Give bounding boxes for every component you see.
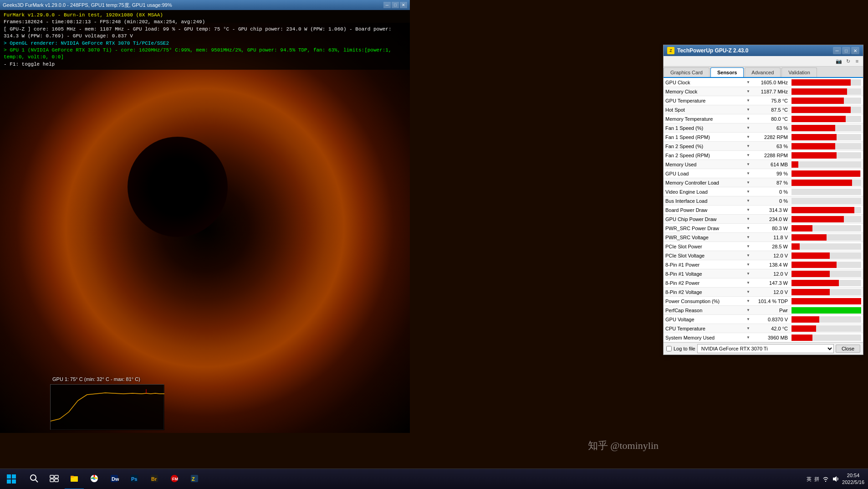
sensor-row: Memory Used▼614 MB: [664, 160, 863, 169]
sensor-dropdown-arrow[interactable]: ▼: [743, 153, 753, 157]
tab-validation[interactable]: Validation: [781, 67, 817, 77]
sensor-row: Fan 1 Speed (RPM)▼2282 RPM: [664, 133, 863, 142]
sensor-dropdown-arrow[interactable]: ▼: [743, 80, 753, 84]
menu-icon[interactable]: ≡: [853, 57, 861, 65]
sensor-dropdown-arrow[interactable]: ▼: [743, 299, 753, 303]
sensor-dropdown-arrow[interactable]: ▼: [743, 326, 753, 330]
sensor-value: 12.0 V: [753, 253, 790, 258]
taskbar-furmark-button[interactable]: FM: [165, 469, 184, 489]
gpuz-minimize-button[interactable]: ─: [833, 47, 841, 54]
sensor-dropdown-arrow[interactable]: ▼: [743, 335, 753, 340]
sensor-dropdown-arrow[interactable]: ▼: [743, 263, 753, 267]
sensor-dropdown-arrow[interactable]: ▼: [743, 190, 753, 194]
sensor-bar: [791, 170, 860, 177]
sensor-dropdown-arrow[interactable]: ▼: [743, 253, 753, 257]
taskbar-file-explorer-button[interactable]: [65, 469, 84, 489]
sensor-bar: [791, 107, 851, 113]
sensor-dropdown-arrow[interactable]: ▼: [743, 235, 753, 239]
furmark-maximize-button[interactable]: □: [392, 2, 399, 8]
sensor-bar: [791, 116, 846, 122]
sensor-name: GPU Temperature: [664, 98, 743, 103]
refresh-icon[interactable]: ↻: [844, 57, 852, 65]
taskbar-chrome-button[interactable]: [85, 469, 104, 489]
start-button[interactable]: [0, 469, 23, 489]
sensor-name: Fan 1 Speed (%): [664, 125, 743, 131]
sensor-dropdown-arrow[interactable]: ▼: [743, 208, 753, 212]
sensor-dropdown-arrow[interactable]: ▼: [743, 180, 753, 185]
gpu-selector-dropdown[interactable]: NVIDIA GeForce RTX 3070 Ti: [697, 344, 834, 353]
log-to-file-checkbox[interactable]: [666, 346, 672, 351]
close-bottom-button[interactable]: Close: [836, 345, 860, 353]
sensor-bar-container: [791, 234, 861, 241]
sensor-dropdown-arrow[interactable]: ▼: [743, 281, 753, 285]
sensor-dropdown-arrow[interactable]: ▼: [743, 98, 753, 103]
sensor-dropdown-arrow[interactable]: ▼: [743, 308, 753, 312]
sensor-bar: [791, 307, 861, 314]
sensor-dropdown-arrow[interactable]: ▼: [743, 244, 753, 248]
taskbar-gpuz-button[interactable]: Z: [185, 469, 204, 489]
sensor-dropdown-arrow[interactable]: ▼: [743, 162, 753, 166]
sensor-name: PCIe Slot Voltage: [664, 253, 743, 258]
sensor-value: 0 %: [753, 189, 790, 195]
sensor-bar: [791, 271, 830, 277]
tab-graphics-card[interactable]: Graphics Card: [664, 67, 710, 77]
sensor-row: Fan 2 Speed (RPM)▼2288 RPM: [664, 151, 863, 160]
watermark: 知乎 @tominylin: [588, 439, 659, 453]
clock-date: 2022/5/16: [842, 479, 864, 486]
sensor-dropdown-arrow[interactable]: ▼: [743, 126, 753, 130]
taskbar-bridge-button[interactable]: Br: [145, 469, 164, 489]
sensor-dropdown-arrow[interactable]: ▼: [743, 89, 753, 93]
sensor-bar-container: [791, 243, 861, 250]
taskbar-app5-button[interactable]: Dw: [105, 469, 124, 489]
sensor-name: Memory Controller Load: [664, 180, 743, 185]
taskbar-search-button[interactable]: [25, 469, 44, 489]
speakers-icon[interactable]: [832, 475, 839, 483]
system-clock[interactable]: 20:54 2022/5/16: [842, 472, 864, 486]
sensor-dropdown-arrow[interactable]: ▼: [743, 217, 753, 221]
sensor-bar-container: [791, 134, 861, 140]
wifi-icon[interactable]: [822, 475, 829, 483]
sensor-bar-container: [791, 161, 861, 168]
sensor-dropdown-arrow[interactable]: ▼: [743, 199, 753, 203]
camera-icon[interactable]: 📷: [835, 57, 843, 65]
sensor-dropdown-arrow[interactable]: ▼: [743, 226, 753, 230]
sensor-row: Hot Spot▼87.5 °C: [664, 105, 863, 114]
taskbar-taskview-button[interactable]: [45, 469, 64, 489]
tab-advanced[interactable]: Advanced: [745, 67, 781, 77]
sensor-dropdown-arrow[interactable]: ▼: [743, 290, 753, 294]
sensor-row: PWR_SRC Power Draw▼80.3 W: [664, 224, 863, 233]
sensor-bar: [791, 88, 847, 95]
sensor-bar-container: [791, 316, 861, 323]
furmark-close-button[interactable]: ✕: [400, 2, 407, 8]
language-indicator[interactable]: 英: [807, 476, 812, 483]
sensor-value: 99 %: [753, 171, 790, 176]
windows-logo-icon: [6, 474, 16, 484]
svg-rect-0: [51, 385, 164, 430]
sensor-row: 8-Pin #1 Power▼138.4 W: [664, 260, 863, 269]
sensor-row: Memory Controller Load▼87 %: [664, 178, 863, 187]
gpuz-restore-button[interactable]: □: [842, 47, 850, 54]
sensor-dropdown-arrow[interactable]: ▼: [743, 108, 753, 112]
sensor-bar-container: [791, 225, 861, 232]
keyboard-indicator[interactable]: 拼: [814, 476, 819, 483]
sensor-dropdown-arrow[interactable]: ▼: [743, 171, 753, 175]
sensor-row: GPU Voltage▼0.8370 V: [664, 315, 863, 324]
tab-sensors[interactable]: Sensors: [710, 67, 744, 77]
taskbar-photoshop-button[interactable]: Ps: [125, 469, 144, 489]
sensor-bar-container: [791, 88, 861, 95]
sensor-row: PCIe Slot Power▼28.5 W: [664, 242, 863, 251]
sensor-dropdown-arrow[interactable]: ▼: [743, 144, 753, 148]
temp-graph: [50, 384, 164, 430]
sensor-dropdown-arrow[interactable]: ▼: [743, 135, 753, 139]
svg-text:Z: Z: [192, 476, 195, 482]
file-explorer-icon: [70, 474, 79, 483]
sensor-bar: [791, 161, 798, 168]
sensor-dropdown-arrow[interactable]: ▼: [743, 117, 753, 121]
sensor-name: Board Power Draw: [664, 207, 743, 213]
sensor-dropdown-arrow[interactable]: ▼: [743, 272, 753, 276]
gpuz-close-button[interactable]: ✕: [851, 47, 859, 54]
furmark-minimize-button[interactable]: ─: [383, 2, 391, 8]
sensor-name: GPU Voltage: [664, 317, 743, 322]
sensor-dropdown-arrow[interactable]: ▼: [743, 317, 753, 321]
furmark-icon: FM: [170, 474, 179, 483]
